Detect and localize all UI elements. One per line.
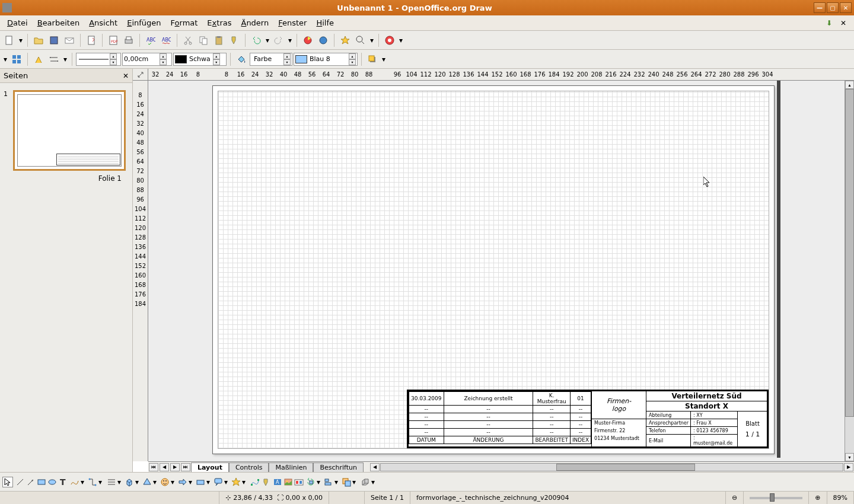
toolbar2-overflow[interactable]: ▾ xyxy=(381,52,387,66)
symbol-shapes-tool[interactable] xyxy=(160,477,170,487)
horizontal-ruler[interactable]: 3224168816243240485664728088961041121201… xyxy=(148,69,854,81)
minimize-button[interactable]: — xyxy=(814,2,826,13)
line-width-combo[interactable]: ▴▾ xyxy=(122,53,172,66)
spellcheck-button[interactable]: ABC xyxy=(144,33,158,47)
tab-controls[interactable]: Controls xyxy=(229,462,269,472)
redo-dropdown[interactable]: ▾ xyxy=(287,33,293,47)
auto-spellcheck-button[interactable]: ABC xyxy=(159,33,173,47)
open-button[interactable] xyxy=(31,33,46,47)
line-style-combo[interactable]: ▴▾ xyxy=(76,53,121,66)
from-file-tool[interactable] xyxy=(283,477,293,487)
undo-dropdown[interactable]: ▾ xyxy=(265,33,270,47)
help-button[interactable] xyxy=(383,33,397,47)
copy-button[interactable] xyxy=(196,33,211,47)
tab-masslinien[interactable]: Maßlinien xyxy=(269,462,313,472)
line-color-combo[interactable]: Schwa ▴▾ xyxy=(173,53,227,66)
arrow-tool[interactable] xyxy=(26,477,36,487)
line-tool[interactable] xyxy=(15,477,25,487)
callouts-dropdown[interactable]: ▾ xyxy=(224,478,230,486)
cut-button[interactable] xyxy=(181,33,195,47)
menu-einfuegen[interactable]: Einfügen xyxy=(122,17,165,29)
3d-shapes-tool[interactable] xyxy=(125,477,134,487)
hscroll-left[interactable]: ◀ xyxy=(370,463,380,471)
menu-format[interactable]: Format xyxy=(166,17,203,29)
menu-hilfe[interactable]: Hilfe xyxy=(311,17,339,29)
draw-toolbar-overflow[interactable]: ▾ xyxy=(371,478,377,486)
curve-tool[interactable] xyxy=(70,477,79,487)
glue-tool[interactable] xyxy=(261,477,270,487)
extrusion-tool[interactable] xyxy=(361,477,370,487)
horizontal-scrollbar[interactable]: ◀ ▶ xyxy=(369,463,854,471)
fill-type-combo[interactable]: Farbe ▴▾ xyxy=(250,53,292,66)
basic-shapes-dropdown[interactable]: ▾ xyxy=(153,478,159,486)
canvas-viewport[interactable]: 30.03.2009Zeichnung erstelltK. Musterfra… xyxy=(148,81,854,461)
menu-aendern[interactable]: Ändern xyxy=(236,17,273,29)
connector-tool[interactable] xyxy=(88,477,97,487)
menu-ansicht[interactable]: Ansicht xyxy=(84,17,122,29)
menu-fenster[interactable]: Fenster xyxy=(273,17,311,29)
vertical-ruler[interactable]: 8162432404856647280889610411212012813614… xyxy=(133,81,148,461)
stars-tool[interactable] xyxy=(231,477,241,487)
email-button[interactable] xyxy=(62,33,77,47)
flowchart-dropdown[interactable]: ▾ xyxy=(206,478,212,486)
fill-bucket-button[interactable] xyxy=(234,52,248,66)
redo-button[interactable] xyxy=(272,33,286,47)
tab-nav-last[interactable]: ⏭ xyxy=(181,463,190,471)
paste-button[interactable] xyxy=(212,33,226,47)
scroll-up-button[interactable]: ▴ xyxy=(845,81,854,89)
basic-shapes-tool[interactable] xyxy=(142,477,152,487)
arrange-dropdown[interactable]: ▾ xyxy=(352,478,358,486)
scroll-down-button[interactable]: ▾ xyxy=(845,453,854,461)
3d-shapes-dropdown[interactable]: ▾ xyxy=(135,478,141,486)
arrange-tool[interactable] xyxy=(342,477,351,487)
flowchart-tool[interactable] xyxy=(196,477,205,487)
zoom-value[interactable]: 89% xyxy=(827,492,854,504)
print-button[interactable] xyxy=(122,33,136,47)
grid-toggle-button[interactable] xyxy=(9,52,24,66)
toolbar-overflow[interactable]: ▾ xyxy=(398,33,404,47)
vertical-scrollbar[interactable]: ▴ ▾ xyxy=(845,81,854,461)
select-tool[interactable] xyxy=(2,477,13,487)
gallery-tool[interactable] xyxy=(294,477,304,487)
tab-nav-next[interactable]: ▶ xyxy=(170,463,180,471)
menu-extras[interactable]: Extras xyxy=(202,17,236,29)
maximize-button[interactable]: ▢ xyxy=(827,2,839,13)
lines-arrows-tool[interactable] xyxy=(107,477,116,487)
zoom-dropdown[interactable]: ▾ xyxy=(369,33,375,47)
glue-points-button[interactable] xyxy=(31,52,46,66)
align-dropdown[interactable]: ▾ xyxy=(334,478,340,486)
hscroll-right[interactable]: ▶ xyxy=(844,463,853,471)
new-doc-button[interactable] xyxy=(2,33,17,47)
drawing-page[interactable]: 30.03.2009Zeichnung erstelltK. Musterfra… xyxy=(212,85,775,454)
block-arrows-dropdown[interactable]: ▾ xyxy=(189,478,195,486)
edit-doc-button[interactable] xyxy=(84,33,98,47)
pages-panel-close-icon[interactable]: ✕ xyxy=(123,72,129,80)
tab-nav-prev[interactable]: ◀ xyxy=(160,463,169,471)
align-tool[interactable] xyxy=(324,477,333,487)
lines-arrows-dropdown[interactable]: ▾ xyxy=(117,478,123,486)
shadow-button[interactable] xyxy=(365,52,380,66)
close-document-icon[interactable]: ✕ xyxy=(839,18,848,28)
ruler-origin[interactable] xyxy=(133,69,148,81)
update-icon[interactable]: ⬇ xyxy=(824,18,834,28)
grid-toggle-dropdown[interactable]: ▾ xyxy=(2,52,8,66)
navigator-button[interactable] xyxy=(338,33,352,47)
vertical-scroll-thumb[interactable] xyxy=(845,89,854,417)
slide-thumbnail[interactable] xyxy=(13,90,126,171)
connector-dropdown[interactable]: ▾ xyxy=(98,478,104,486)
tab-nav-first[interactable]: ⏮ xyxy=(149,463,158,471)
line-style-arrows-button[interactable] xyxy=(47,52,61,66)
hyperlink-button[interactable] xyxy=(316,33,330,47)
new-doc-dropdown[interactable]: ▾ xyxy=(18,33,24,47)
title-block[interactable]: 30.03.2009Zeichnung erstelltK. Musterfra… xyxy=(407,390,769,448)
zoom-button[interactable] xyxy=(353,33,368,47)
stars-dropdown[interactable]: ▾ xyxy=(242,478,248,486)
rect-tool[interactable] xyxy=(37,477,46,487)
tab-layout[interactable]: Layout xyxy=(191,462,229,472)
fontwork-tool[interactable]: A xyxy=(273,477,282,487)
points-tool[interactable] xyxy=(250,477,260,487)
format-paintbrush-button[interactable] xyxy=(227,33,241,47)
block-arrows-tool[interactable] xyxy=(178,477,187,487)
horizontal-scroll-thumb[interactable] xyxy=(556,464,695,471)
rotate-dropdown[interactable]: ▾ xyxy=(317,478,323,486)
